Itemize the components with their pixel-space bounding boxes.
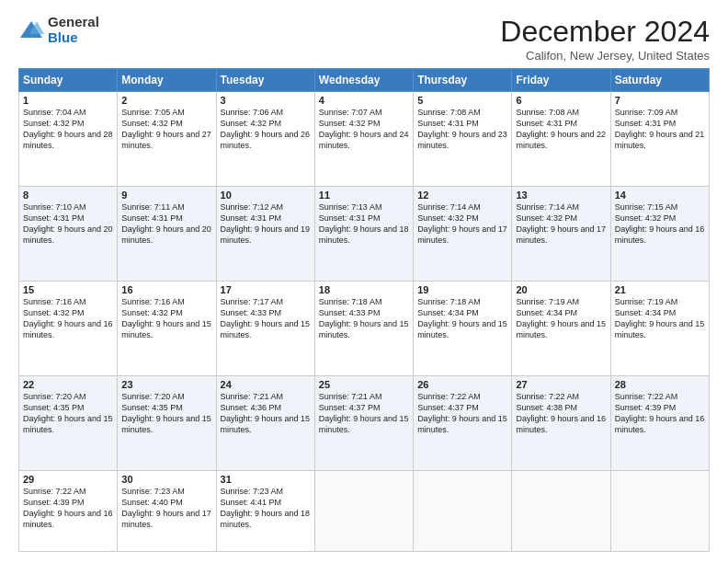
calendar-week-2: 8 Sunrise: 7:10 AM Sunset: 4:31 PM Dayli… xyxy=(19,186,710,281)
day-number: 21 xyxy=(615,284,705,295)
calendar-body: 1 Sunrise: 7:04 AM Sunset: 4:32 PM Dayli… xyxy=(19,92,710,552)
day-number: 4 xyxy=(319,95,409,106)
cell-info: Sunrise: 7:17 AM Sunset: 4:33 PM Dayligh… xyxy=(221,296,311,341)
cell-info: Sunrise: 7:22 AM Sunset: 4:38 PM Dayligh… xyxy=(516,391,606,436)
calendar-cell: 30 Sunrise: 7:23 AM Sunset: 4:40 PM Dayl… xyxy=(118,470,216,551)
day-header-tuesday: Tuesday xyxy=(216,69,314,92)
day-number: 3 xyxy=(221,95,311,106)
calendar-cell: 12 Sunrise: 7:14 AM Sunset: 4:32 PM Dayl… xyxy=(414,186,512,281)
day-number: 26 xyxy=(417,379,507,390)
cell-info: Sunrise: 7:19 AM Sunset: 4:34 PM Dayligh… xyxy=(615,296,705,341)
day-header-saturday: Saturday xyxy=(610,69,709,92)
month-title: December 2024 xyxy=(500,15,710,49)
cell-info: Sunrise: 7:06 AM Sunset: 4:32 PM Dayligh… xyxy=(221,107,311,152)
logo: General Blue xyxy=(18,15,99,45)
cell-info: Sunrise: 7:22 AM Sunset: 4:37 PM Dayligh… xyxy=(417,391,507,436)
cell-info: Sunrise: 7:12 AM Sunset: 4:31 PM Dayligh… xyxy=(221,201,311,247)
location: Califon, New Jersey, United States xyxy=(500,49,710,63)
calendar-cell: 8 Sunrise: 7:10 AM Sunset: 4:31 PM Dayli… xyxy=(19,186,118,281)
calendar-header-row: SundayMondayTuesdayWednesdayThursdayFrid… xyxy=(19,69,710,92)
calendar-cell: 27 Sunrise: 7:22 AM Sunset: 4:38 PM Dayl… xyxy=(512,375,610,470)
calendar-cell: 6 Sunrise: 7:08 AM Sunset: 4:31 PM Dayli… xyxy=(512,92,610,187)
day-number: 16 xyxy=(121,284,211,295)
day-number: 19 xyxy=(417,284,507,295)
day-number: 11 xyxy=(319,190,409,201)
calendar-cell: 31 Sunrise: 7:23 AM Sunset: 4:41 PM Dayl… xyxy=(216,470,314,551)
cell-info: Sunrise: 7:08 AM Sunset: 4:31 PM Dayligh… xyxy=(417,107,507,152)
day-number: 22 xyxy=(23,379,113,390)
cell-info: Sunrise: 7:07 AM Sunset: 4:32 PM Dayligh… xyxy=(319,107,409,152)
cell-info: Sunrise: 7:14 AM Sunset: 4:32 PM Dayligh… xyxy=(417,201,507,247)
day-number: 9 xyxy=(121,190,211,201)
day-header-monday: Monday xyxy=(118,69,216,92)
cell-info: Sunrise: 7:05 AM Sunset: 4:32 PM Dayligh… xyxy=(121,107,211,152)
day-number: 29 xyxy=(23,474,113,485)
calendar-week-1: 1 Sunrise: 7:04 AM Sunset: 4:32 PM Dayli… xyxy=(19,92,710,187)
cell-info: Sunrise: 7:20 AM Sunset: 4:35 PM Dayligh… xyxy=(121,391,211,436)
calendar-cell: 19 Sunrise: 7:18 AM Sunset: 4:34 PM Dayl… xyxy=(414,281,512,375)
day-number: 13 xyxy=(516,190,606,201)
day-header-friday: Friday xyxy=(512,69,610,92)
cell-info: Sunrise: 7:10 AM Sunset: 4:31 PM Dayligh… xyxy=(23,201,113,247)
calendar-cell: 2 Sunrise: 7:05 AM Sunset: 4:32 PM Dayli… xyxy=(118,92,216,187)
cell-info: Sunrise: 7:13 AM Sunset: 4:31 PM Dayligh… xyxy=(319,201,409,247)
calendar-cell: 23 Sunrise: 7:20 AM Sunset: 4:35 PM Dayl… xyxy=(118,375,216,470)
day-number: 7 xyxy=(615,95,705,106)
cell-info: Sunrise: 7:15 AM Sunset: 4:32 PM Dayligh… xyxy=(615,201,705,247)
logo-text: General Blue xyxy=(48,15,99,45)
calendar-cell: 14 Sunrise: 7:15 AM Sunset: 4:32 PM Dayl… xyxy=(610,186,709,281)
logo-blue-text: Blue xyxy=(48,30,99,46)
day-number: 17 xyxy=(221,284,311,295)
calendar-cell xyxy=(610,470,709,551)
day-number: 12 xyxy=(417,190,507,201)
cell-info: Sunrise: 7:09 AM Sunset: 4:31 PM Dayligh… xyxy=(615,107,705,152)
page: General Blue December 2024 Califon, New … xyxy=(0,0,728,563)
logo-icon xyxy=(18,17,44,43)
day-number: 25 xyxy=(319,379,409,390)
calendar-cell xyxy=(314,470,413,551)
calendar-cell xyxy=(512,470,610,551)
calendar-cell: 20 Sunrise: 7:19 AM Sunset: 4:34 PM Dayl… xyxy=(512,281,610,375)
day-header-thursday: Thursday xyxy=(414,69,512,92)
calendar-cell: 13 Sunrise: 7:14 AM Sunset: 4:32 PM Dayl… xyxy=(512,186,610,281)
day-number: 15 xyxy=(23,284,113,295)
cell-info: Sunrise: 7:23 AM Sunset: 4:40 PM Dayligh… xyxy=(121,486,211,531)
calendar-cell: 18 Sunrise: 7:18 AM Sunset: 4:33 PM Dayl… xyxy=(314,281,413,375)
logo-general-text: General xyxy=(48,15,99,30)
calendar-cell: 9 Sunrise: 7:11 AM Sunset: 4:31 PM Dayli… xyxy=(118,186,216,281)
calendar-cell: 7 Sunrise: 7:09 AM Sunset: 4:31 PM Dayli… xyxy=(610,92,709,187)
day-number: 23 xyxy=(121,379,211,390)
day-number: 14 xyxy=(615,190,705,201)
calendar-cell: 26 Sunrise: 7:22 AM Sunset: 4:37 PM Dayl… xyxy=(414,375,512,470)
header: General Blue December 2024 Califon, New … xyxy=(18,15,710,63)
calendar-cell: 5 Sunrise: 7:08 AM Sunset: 4:31 PM Dayli… xyxy=(414,92,512,187)
cell-info: Sunrise: 7:18 AM Sunset: 4:33 PM Dayligh… xyxy=(319,296,409,341)
day-number: 20 xyxy=(516,284,606,295)
cell-info: Sunrise: 7:20 AM Sunset: 4:35 PM Dayligh… xyxy=(23,391,113,436)
day-number: 10 xyxy=(221,190,311,201)
day-number: 18 xyxy=(319,284,409,295)
cell-info: Sunrise: 7:04 AM Sunset: 4:32 PM Dayligh… xyxy=(23,107,113,152)
day-number: 8 xyxy=(23,190,113,201)
calendar-cell: 22 Sunrise: 7:20 AM Sunset: 4:35 PM Dayl… xyxy=(19,375,118,470)
cell-info: Sunrise: 7:19 AM Sunset: 4:34 PM Dayligh… xyxy=(516,296,606,341)
day-number: 5 xyxy=(417,95,507,106)
day-number: 27 xyxy=(516,379,606,390)
cell-info: Sunrise: 7:22 AM Sunset: 4:39 PM Dayligh… xyxy=(615,391,705,436)
day-number: 2 xyxy=(121,95,211,106)
day-header-sunday: Sunday xyxy=(19,69,118,92)
calendar-cell: 21 Sunrise: 7:19 AM Sunset: 4:34 PM Dayl… xyxy=(610,281,709,375)
calendar-cell: 11 Sunrise: 7:13 AM Sunset: 4:31 PM Dayl… xyxy=(314,186,413,281)
calendar-cell: 28 Sunrise: 7:22 AM Sunset: 4:39 PM Dayl… xyxy=(610,375,709,470)
day-number: 28 xyxy=(615,379,705,390)
cell-info: Sunrise: 7:08 AM Sunset: 4:31 PM Dayligh… xyxy=(516,107,606,152)
cell-info: Sunrise: 7:23 AM Sunset: 4:41 PM Dayligh… xyxy=(221,486,311,531)
cell-info: Sunrise: 7:14 AM Sunset: 4:32 PM Dayligh… xyxy=(516,201,606,247)
calendar-cell: 24 Sunrise: 7:21 AM Sunset: 4:36 PM Dayl… xyxy=(216,375,314,470)
calendar-cell xyxy=(414,470,512,551)
day-header-wednesday: Wednesday xyxy=(314,69,413,92)
calendar-table: SundayMondayTuesdayWednesdayThursdayFrid… xyxy=(18,68,710,552)
cell-info: Sunrise: 7:16 AM Sunset: 4:32 PM Dayligh… xyxy=(121,296,211,341)
day-number: 24 xyxy=(221,379,311,390)
cell-info: Sunrise: 7:11 AM Sunset: 4:31 PM Dayligh… xyxy=(121,201,211,247)
